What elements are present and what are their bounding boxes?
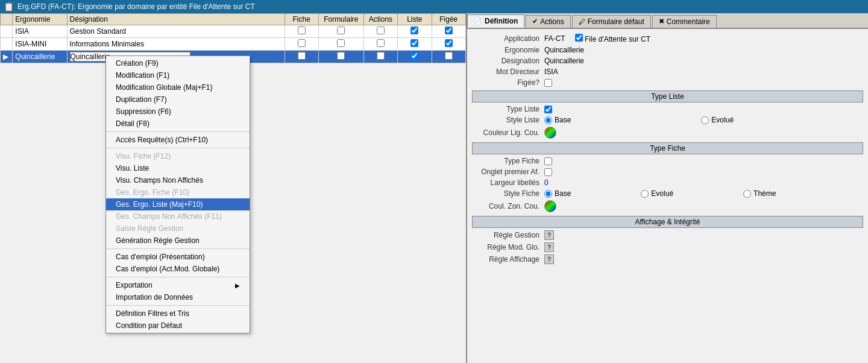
regle-mod-glo-icon[interactable]: ? xyxy=(544,242,554,252)
type-fiche-label: Type Fiche xyxy=(472,157,544,165)
row-ergonomie: ISIA-MINI xyxy=(13,38,67,51)
col-fiche: Fiche xyxy=(285,14,318,25)
form-row-designation: Désignation Quincaillerie xyxy=(472,57,863,65)
row-designation: Informations Minimales xyxy=(67,38,285,51)
col-actions: Actions xyxy=(363,14,397,25)
fiche-base-label: Base xyxy=(555,189,571,198)
menu-suppression[interactable]: Suppression (F6) xyxy=(106,106,250,118)
col-formulaire: Formulaire xyxy=(318,14,363,25)
style-base-option[interactable]: Base xyxy=(544,116,571,124)
fiche-base-radio[interactable] xyxy=(544,190,552,198)
figee-label: Figée? xyxy=(472,78,544,87)
designation-value: Quincaillerie xyxy=(544,57,584,65)
menu-visu-champs[interactable]: Visu. Champs Non Affichés xyxy=(106,174,250,186)
menu-cas-emploi-pres[interactable]: Cas d'emploi (Présentation) xyxy=(106,251,250,263)
form-row-couleur-lig: Couleur Lig. Cou. xyxy=(472,127,863,139)
menu-ges-ergo-fiche: Ges. Ergo. Fiche (F10) xyxy=(106,186,250,198)
coul-zon-label: Coul. Zon. Cou. xyxy=(472,202,544,210)
file-attente-checkbox: File d'Attente sur CT xyxy=(575,34,650,43)
menu-cas-emploi-act[interactable]: Cas d'emploi (Act.Mod. Globale) xyxy=(106,263,250,275)
form-row-mot-directeur: Mot Directeur ISIA xyxy=(472,68,863,76)
figee-checkbox[interactable] xyxy=(544,79,552,87)
row-actions xyxy=(363,38,397,51)
menu-modification[interactable]: Modification (F1) xyxy=(106,69,250,81)
type-fiche-checkbox[interactable] xyxy=(544,157,552,165)
form-row-figee: Figée? xyxy=(472,78,863,87)
type-liste-checkbox[interactable] xyxy=(544,106,552,113)
menu-exportation-label: Exportation xyxy=(116,281,153,289)
menu-detail[interactable]: Détail (F8) xyxy=(106,118,250,130)
coul-zon-picker[interactable] xyxy=(544,200,556,212)
style-evolue-radio[interactable] xyxy=(701,116,709,124)
menu-visu-fiche: Visu. Fiche (F12) xyxy=(106,150,250,162)
menu-acces-requete[interactable]: Accès Requête(s) (Ctrl+F10) xyxy=(106,134,250,146)
file-attente-input[interactable] xyxy=(575,34,583,42)
row-ergonomie: ISIA xyxy=(13,25,67,38)
fiche-theme-option[interactable]: Thème xyxy=(743,189,776,198)
context-menu: Création (F9) Modification (F1) Modifica… xyxy=(105,55,250,333)
table-row[interactable]: ISIA Gestion Standard xyxy=(1,25,466,38)
section-type-liste: Type Liste xyxy=(472,90,863,103)
row-actions xyxy=(363,25,397,38)
mot-directeur-value: ISIA xyxy=(544,68,558,76)
table-row[interactable]: ISIA-MINI Informations Minimales xyxy=(1,38,466,51)
col-liste: Liste xyxy=(398,14,432,25)
row-figee xyxy=(432,25,465,38)
tab-commentaire[interactable]: ✖ Commentaire xyxy=(652,15,717,28)
couleur-lig-picker[interactable] xyxy=(544,127,556,139)
tab-formulaire-label: Formulaire défaut xyxy=(588,17,644,26)
row-ergonomie: Quincaillerie xyxy=(13,51,67,63)
regle-gestion-label: Règle Gestion xyxy=(472,231,544,239)
title-bar-text: Erg.GFD (FA-CT): Ergonomie par domaine p… xyxy=(17,2,255,11)
row-liste xyxy=(398,38,432,51)
menu-exportation[interactable]: Exportation ▶ xyxy=(106,279,250,291)
style-base-label: Base xyxy=(555,116,571,124)
title-bar: 📋 Erg.GFD (FA-CT): Ergonomie par domaine… xyxy=(0,0,868,13)
menu-ges-ergo-liste[interactable]: Ges. Ergo. Liste (Maj+F10) xyxy=(106,198,250,210)
menu-sep-3 xyxy=(106,248,250,249)
menu-generation-regle[interactable]: Génération Règle Gestion xyxy=(106,235,250,247)
fiche-base-option[interactable]: Base xyxy=(544,189,571,198)
style-evolue-option[interactable]: Evolué xyxy=(701,116,734,124)
app-icon: 📋 xyxy=(4,2,14,11)
largeur-label: Largeur libellés xyxy=(472,178,544,187)
menu-duplication[interactable]: Duplication (F7) xyxy=(106,93,250,106)
col-ergonomie: Ergonomie xyxy=(13,14,67,25)
regle-gestion-icon[interactable]: ? xyxy=(544,230,554,240)
form-row-regle-mod-glo: Règle Mod. Glo. ? xyxy=(472,242,863,252)
right-panel: 📄 Définition ✔ Actions 🖊 Formulaire défa… xyxy=(467,13,868,363)
regle-affichage-icon[interactable]: ? xyxy=(544,254,554,264)
designation-label: Désignation xyxy=(472,57,544,65)
left-panel: Ergonomie Désignation Fiche Formulaire A… xyxy=(0,13,467,363)
menu-sep-2 xyxy=(106,148,250,148)
fiche-evolue-option[interactable]: Evolué xyxy=(641,189,673,198)
menu-modification-globale[interactable]: Modification Globale (Maj+F1) xyxy=(106,81,250,93)
row-fiche xyxy=(285,51,318,63)
fiche-evolue-radio[interactable] xyxy=(641,190,649,198)
style-evolue-label: Evolué xyxy=(711,116,734,124)
menu-visu-liste[interactable]: Visu. Liste xyxy=(106,162,250,174)
menu-sep-1 xyxy=(106,131,250,132)
row-indicator xyxy=(1,25,13,38)
menu-creation[interactable]: Création (F9) xyxy=(106,57,250,69)
tab-definition-label: Définition xyxy=(485,17,518,25)
menu-saisie-regle: Saisie Règle Gestion xyxy=(106,223,250,235)
ergonomie-label: Ergonomie xyxy=(472,46,544,54)
tab-formulaire[interactable]: 🖊 Formulaire défaut xyxy=(572,15,651,28)
menu-importation[interactable]: Importation de Données xyxy=(106,291,250,303)
tab-definition[interactable]: 📄 Définition xyxy=(467,14,524,28)
form-row-regle-affichage: Règle Affichage ? xyxy=(472,254,863,264)
menu-condition-defaut[interactable]: Condition par Défaut xyxy=(106,320,250,332)
onglet-checkbox[interactable] xyxy=(544,168,552,176)
regle-affichage-label: Règle Affichage xyxy=(472,255,544,264)
fiche-theme-radio[interactable] xyxy=(743,190,751,198)
application-value: FA-CT xyxy=(544,34,565,43)
tab-actions[interactable]: ✔ Actions xyxy=(526,15,570,28)
tab-commentaire-icon: ✖ xyxy=(659,17,664,25)
style-base-radio[interactable] xyxy=(544,116,552,124)
row-formulaire xyxy=(318,38,363,51)
menu-definition-filtres[interactable]: Définition Filtres et Tris xyxy=(106,308,250,320)
tab-actions-label: Actions xyxy=(540,17,564,26)
form-row-application: Application FA-CT File d'Attente sur CT xyxy=(472,34,863,43)
form-row-largeur: Largeur libellés 0 xyxy=(472,178,863,187)
